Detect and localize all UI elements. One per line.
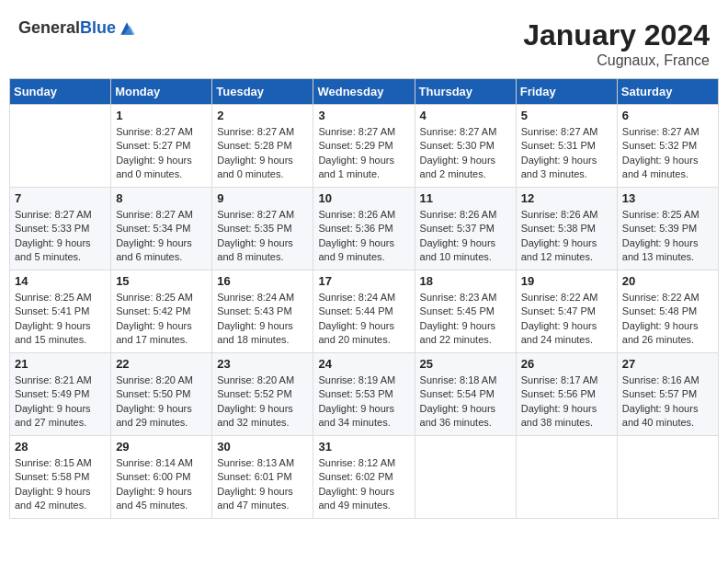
cell-content: Sunrise: 8:20 AMSunset: 5:52 PMDaylight:… bbox=[217, 373, 308, 431]
day-number: 4 bbox=[420, 109, 511, 122]
calendar-cell: 28Sunrise: 8:15 AMSunset: 5:58 PMDayligh… bbox=[10, 436, 111, 519]
calendar-cell: 20Sunrise: 8:22 AMSunset: 5:48 PMDayligh… bbox=[617, 270, 718, 353]
header-day-friday: Friday bbox=[516, 79, 617, 105]
cell-content: Sunrise: 8:23 AMSunset: 5:45 PMDaylight:… bbox=[420, 291, 511, 348]
calendar-cell: 27Sunrise: 8:16 AMSunset: 5:57 PMDayligh… bbox=[617, 353, 718, 436]
calendar-cell: 2Sunrise: 8:27 AMSunset: 5:28 PMDaylight… bbox=[212, 105, 313, 188]
day-number: 13 bbox=[622, 191, 713, 205]
calendar-cell: 24Sunrise: 8:19 AMSunset: 5:53 PMDayligh… bbox=[313, 353, 415, 436]
day-number: 21 bbox=[15, 357, 106, 371]
cell-content: Sunrise: 8:26 AMSunset: 5:37 PMDaylight:… bbox=[420, 208, 511, 265]
calendar-cell: 25Sunrise: 8:18 AMSunset: 5:54 PMDayligh… bbox=[415, 353, 516, 436]
cell-content: Sunrise: 8:27 AMSunset: 5:33 PMDaylight:… bbox=[15, 208, 106, 265]
calendar-cell: 19Sunrise: 8:22 AMSunset: 5:47 PMDayligh… bbox=[516, 270, 617, 353]
calendar-cell: 18Sunrise: 8:23 AMSunset: 5:45 PMDayligh… bbox=[415, 270, 516, 353]
cell-content: Sunrise: 8:12 AMSunset: 6:02 PMDaylight:… bbox=[318, 456, 409, 513]
calendar-cell bbox=[415, 436, 516, 519]
day-number: 7 bbox=[15, 191, 106, 205]
header-day-thursday: Thursday bbox=[415, 79, 516, 105]
calendar-cell: 8Sunrise: 8:27 AMSunset: 5:34 PMDaylight… bbox=[111, 188, 212, 270]
cell-content: Sunrise: 8:25 AMSunset: 5:39 PMDaylight:… bbox=[622, 208, 713, 265]
cell-content: Sunrise: 8:27 AMSunset: 5:28 PMDaylight:… bbox=[217, 125, 308, 182]
logo: GeneralBlue bbox=[18, 18, 136, 38]
cell-content: Sunrise: 8:25 AMSunset: 5:42 PMDaylight:… bbox=[116, 291, 207, 348]
header-day-sunday: Sunday bbox=[10, 79, 111, 105]
location-title: Cugnaux, France bbox=[523, 52, 710, 69]
cell-content: Sunrise: 8:24 AMSunset: 5:43 PMDaylight:… bbox=[217, 291, 308, 348]
calendar-cell bbox=[516, 436, 617, 519]
day-number: 28 bbox=[15, 440, 106, 454]
calendar-cell: 9Sunrise: 8:27 AMSunset: 5:35 PMDaylight… bbox=[212, 188, 313, 270]
day-number: 14 bbox=[15, 274, 106, 288]
month-title: January 2024 bbox=[523, 18, 710, 52]
day-number: 8 bbox=[116, 191, 207, 205]
calendar-cell: 31Sunrise: 8:12 AMSunset: 6:02 PMDayligh… bbox=[313, 436, 415, 519]
cell-content: Sunrise: 8:27 AMSunset: 5:32 PMDaylight:… bbox=[622, 125, 713, 182]
cell-content: Sunrise: 8:20 AMSunset: 5:50 PMDaylight:… bbox=[116, 373, 207, 431]
header-day-monday: Monday bbox=[111, 79, 212, 105]
day-number: 26 bbox=[521, 357, 612, 371]
day-number: 19 bbox=[521, 274, 612, 288]
cell-content: Sunrise: 8:27 AMSunset: 5:31 PMDaylight:… bbox=[521, 125, 612, 182]
cell-content: Sunrise: 8:27 AMSunset: 5:30 PMDaylight:… bbox=[420, 125, 511, 182]
day-number: 23 bbox=[217, 357, 308, 371]
calendar-cell: 22Sunrise: 8:20 AMSunset: 5:50 PMDayligh… bbox=[111, 353, 212, 436]
calendar-cell bbox=[10, 105, 111, 188]
calendar-week-row: 21Sunrise: 8:21 AMSunset: 5:49 PMDayligh… bbox=[10, 353, 719, 436]
calendar-week-row: 7Sunrise: 8:27 AMSunset: 5:33 PMDaylight… bbox=[10, 188, 719, 270]
day-number: 9 bbox=[217, 191, 308, 205]
day-number: 15 bbox=[116, 274, 207, 288]
page-header: GeneralBlue January 2024 Cugnaux, France bbox=[9, 9, 719, 74]
calendar-table: SundayMondayTuesdayWednesdayThursdayFrid… bbox=[9, 78, 719, 519]
calendar-cell: 14Sunrise: 8:25 AMSunset: 5:41 PMDayligh… bbox=[10, 270, 111, 353]
day-number: 5 bbox=[521, 109, 612, 122]
calendar-cell: 12Sunrise: 8:26 AMSunset: 5:38 PMDayligh… bbox=[516, 188, 617, 270]
day-number: 20 bbox=[622, 274, 713, 288]
logo-icon bbox=[118, 19, 136, 38]
calendar-cell: 29Sunrise: 8:14 AMSunset: 6:00 PMDayligh… bbox=[111, 436, 212, 519]
cell-content: Sunrise: 8:27 AMSunset: 5:35 PMDaylight:… bbox=[217, 208, 308, 265]
day-number: 25 bbox=[420, 357, 511, 371]
calendar-week-row: 28Sunrise: 8:15 AMSunset: 5:58 PMDayligh… bbox=[10, 436, 719, 519]
calendar-cell: 13Sunrise: 8:25 AMSunset: 5:39 PMDayligh… bbox=[617, 188, 718, 270]
day-number: 17 bbox=[318, 274, 409, 288]
cell-content: Sunrise: 8:21 AMSunset: 5:49 PMDaylight:… bbox=[15, 373, 106, 431]
calendar-cell: 17Sunrise: 8:24 AMSunset: 5:44 PMDayligh… bbox=[313, 270, 415, 353]
day-number: 16 bbox=[217, 274, 308, 288]
cell-content: Sunrise: 8:25 AMSunset: 5:41 PMDaylight:… bbox=[15, 291, 106, 348]
header-day-tuesday: Tuesday bbox=[212, 79, 313, 105]
calendar-week-row: 1Sunrise: 8:27 AMSunset: 5:27 PMDaylight… bbox=[10, 105, 719, 188]
calendar-cell: 21Sunrise: 8:21 AMSunset: 5:49 PMDayligh… bbox=[10, 353, 111, 436]
calendar-cell: 11Sunrise: 8:26 AMSunset: 5:37 PMDayligh… bbox=[415, 188, 516, 270]
cell-content: Sunrise: 8:16 AMSunset: 5:57 PMDaylight:… bbox=[622, 373, 713, 431]
cell-content: Sunrise: 8:26 AMSunset: 5:38 PMDaylight:… bbox=[521, 208, 612, 265]
cell-content: Sunrise: 8:24 AMSunset: 5:44 PMDaylight:… bbox=[318, 291, 409, 348]
day-number: 6 bbox=[622, 109, 713, 122]
day-number: 18 bbox=[420, 274, 511, 288]
day-number: 2 bbox=[217, 109, 308, 122]
logo-general: GeneralBlue bbox=[18, 18, 116, 38]
calendar-cell: 10Sunrise: 8:26 AMSunset: 5:36 PMDayligh… bbox=[313, 188, 415, 270]
calendar-cell: 16Sunrise: 8:24 AMSunset: 5:43 PMDayligh… bbox=[212, 270, 313, 353]
day-number: 12 bbox=[521, 191, 612, 205]
header-day-wednesday: Wednesday bbox=[313, 79, 415, 105]
calendar-cell: 4Sunrise: 8:27 AMSunset: 5:30 PMDaylight… bbox=[415, 105, 516, 188]
cell-content: Sunrise: 8:22 AMSunset: 5:48 PMDaylight:… bbox=[622, 291, 713, 348]
day-number: 3 bbox=[318, 109, 409, 122]
calendar-header-row: SundayMondayTuesdayWednesdayThursdayFrid… bbox=[10, 79, 719, 105]
day-number: 22 bbox=[116, 357, 207, 371]
title-block: January 2024 Cugnaux, France bbox=[523, 18, 710, 69]
cell-content: Sunrise: 8:27 AMSunset: 5:34 PMDaylight:… bbox=[116, 208, 207, 265]
calendar-cell: 7Sunrise: 8:27 AMSunset: 5:33 PMDaylight… bbox=[10, 188, 111, 270]
calendar-cell: 1Sunrise: 8:27 AMSunset: 5:27 PMDaylight… bbox=[111, 105, 212, 188]
cell-content: Sunrise: 8:26 AMSunset: 5:36 PMDaylight:… bbox=[318, 208, 409, 265]
cell-content: Sunrise: 8:19 AMSunset: 5:53 PMDaylight:… bbox=[318, 373, 409, 431]
calendar-cell: 30Sunrise: 8:13 AMSunset: 6:01 PMDayligh… bbox=[212, 436, 313, 519]
day-number: 29 bbox=[116, 440, 207, 454]
calendar-cell bbox=[617, 436, 718, 519]
calendar-cell: 5Sunrise: 8:27 AMSunset: 5:31 PMDaylight… bbox=[516, 105, 617, 188]
calendar-cell: 15Sunrise: 8:25 AMSunset: 5:42 PMDayligh… bbox=[111, 270, 212, 353]
day-number: 24 bbox=[318, 357, 409, 371]
day-number: 1 bbox=[116, 109, 207, 122]
day-number: 10 bbox=[318, 191, 409, 205]
